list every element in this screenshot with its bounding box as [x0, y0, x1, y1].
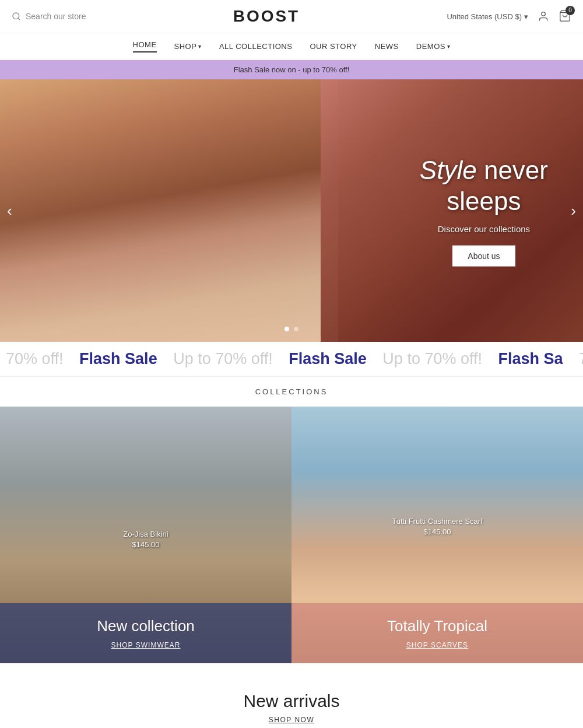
- shop-chevron-icon: ▾: [198, 43, 202, 50]
- swimwear-product-name: Zo-Jisa Bikini: [123, 530, 168, 538]
- main-nav: HOME SHOP ▾ ALL COLLECTIONS OUR STORY NE…: [0, 33, 583, 60]
- search-bar[interactable]: Search our store: [12, 12, 86, 21]
- country-label: United States (USD $): [447, 12, 522, 21]
- swimwear-overlay: New collection SHOP SWIMWEAR: [0, 603, 292, 663]
- hero-prev-button[interactable]: ‹: [7, 202, 12, 220]
- ticker-inner: 70% off! Flash Sale Up to 70% off! Flash…: [0, 350, 583, 368]
- shop-swimwear-link[interactable]: SHOP SWIMWEAR: [14, 641, 278, 649]
- nav-item-our-story[interactable]: OUR STORY: [310, 42, 357, 51]
- nav-item-home[interactable]: HOME: [133, 40, 157, 52]
- header-actions: United States (USD $) ▾ 0: [447, 9, 571, 24]
- nav-item-news[interactable]: NEWS: [375, 42, 399, 51]
- tropical-product-name: Tutti Frutti Cashmere Scarf: [392, 517, 483, 526]
- search-placeholder: Search our store: [26, 12, 86, 21]
- swimwear-product-label: Zo-Jisa Bikini $145.00: [123, 530, 168, 549]
- svg-line-1: [18, 18, 20, 20]
- hero-subheading: Discover our collections: [420, 223, 548, 233]
- hero-section: Style neversleeps Discover our collectio…: [0, 79, 583, 342]
- ticker-flash-sale-3: Flash Sa: [492, 350, 573, 368]
- hero-dot-2[interactable]: [294, 327, 298, 331]
- cart-count: 0: [566, 6, 575, 15]
- nav-item-demos[interactable]: DEMOS ▾: [416, 42, 451, 51]
- ticker-upto-1: Up to 70% off!: [167, 350, 283, 368]
- ticker-item: 70% off!: [0, 350, 73, 368]
- hero-text-block: Style neversleeps Discover our collectio…: [420, 155, 548, 267]
- hero-heading: Style neversleeps: [420, 155, 548, 217]
- collection-grid: Zo-Jisa Bikini $145.00 New collection SH…: [0, 407, 583, 663]
- ticker-upto-2: Up to 70% off!: [377, 350, 492, 368]
- hero-figure: [0, 79, 338, 342]
- search-icon: [12, 12, 21, 21]
- user-icon[interactable]: [538, 10, 549, 22]
- tropical-title: Totally Tropical: [305, 617, 569, 635]
- country-selector[interactable]: United States (USD $) ▾: [447, 12, 528, 21]
- svg-point-2: [542, 12, 546, 16]
- ticker-flash-sale-1: Flash Sale: [73, 350, 167, 368]
- tropical-overlay: Totally Tropical SHOP SCARVES: [292, 603, 583, 663]
- swimwear-title: New collection: [14, 617, 278, 635]
- promo-text: Flash Sale now on - up to 70% off!: [234, 65, 350, 74]
- collections-label: COLLECTIONS: [0, 377, 583, 407]
- hero-heading-italic: Style: [420, 156, 477, 184]
- tropical-price: $145.00: [392, 527, 483, 536]
- swimwear-price: $145.00: [123, 540, 168, 549]
- collection-card-swimwear[interactable]: Zo-Jisa Bikini $145.00 New collection SH…: [0, 407, 292, 663]
- chevron-down-icon: ▾: [524, 12, 528, 21]
- ticker-flash-sale-2: Flash Sale: [283, 350, 377, 368]
- cart-icon-wrapper[interactable]: 0: [559, 9, 571, 24]
- nav-item-all-collections[interactable]: ALL COLLECTIONS: [219, 42, 293, 51]
- logo[interactable]: BOOST: [233, 7, 300, 26]
- promo-banner: Flash Sale now on - up to 70% off!: [0, 60, 583, 79]
- about-us-button[interactable]: About us: [452, 245, 515, 266]
- ticker-item-dup: 70% off!: [573, 350, 583, 368]
- hero-next-button[interactable]: ›: [571, 202, 576, 220]
- new-arrivals-section: New arrivals SHOP NOW: [0, 663, 583, 728]
- header: Search our store BOOST United States (US…: [0, 0, 583, 33]
- tropical-product-label: Tutti Frutti Cashmere Scarf $145.00: [392, 517, 483, 536]
- new-arrivals-heading: New arrivals: [12, 691, 571, 711]
- svg-point-0: [13, 13, 19, 19]
- hero-dot-1[interactable]: [285, 327, 289, 331]
- hero-dots: [285, 327, 298, 331]
- demos-chevron-icon: ▾: [447, 43, 451, 50]
- shop-now-link[interactable]: SHOP NOW: [12, 716, 571, 724]
- collection-card-tropical[interactable]: Tutti Frutti Cashmere Scarf $145.00 Tota…: [292, 407, 583, 663]
- nav-item-shop[interactable]: SHOP ▾: [174, 42, 202, 51]
- flash-sale-ticker: 70% off! Flash Sale Up to 70% off! Flash…: [0, 342, 583, 377]
- shop-scarves-link[interactable]: SHOP SCARVES: [305, 641, 569, 649]
